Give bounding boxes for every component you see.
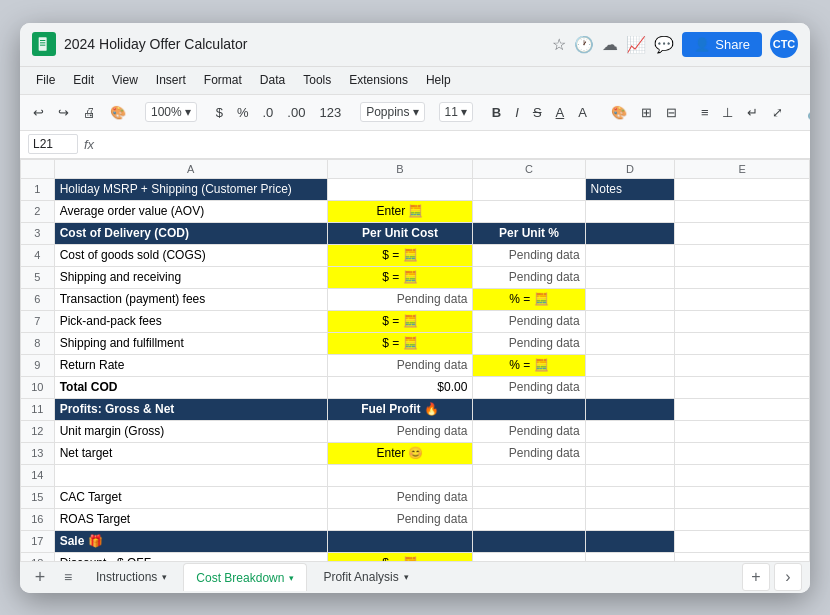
cell-r4-c3[interactable]: [585, 244, 675, 266]
comma-btn[interactable]: .0: [258, 102, 279, 123]
menu-view[interactable]: View: [104, 71, 146, 89]
cell-r16-c3[interactable]: [585, 508, 675, 530]
cell-r5-c4[interactable]: [675, 266, 810, 288]
menu-file[interactable]: File: [28, 71, 63, 89]
italic-btn[interactable]: I: [510, 102, 524, 123]
cell-r11-c2[interactable]: [473, 398, 585, 420]
cell-r13-c3[interactable]: [585, 442, 675, 464]
table-row[interactable]: 8Shipping and fulfillment$ = 🧮Pending da…: [21, 332, 810, 354]
cell-r7-c1[interactable]: $ = 🧮: [327, 310, 473, 332]
formula-input[interactable]: [100, 137, 802, 151]
cell-r3-c0[interactable]: Cost of Delivery (COD): [54, 222, 327, 244]
cell-r10-c2[interactable]: Pending data: [473, 376, 585, 398]
table-row[interactable]: 14: [21, 464, 810, 486]
cell-r2-c2[interactable]: [473, 200, 585, 222]
cell-r15-c3[interactable]: [585, 486, 675, 508]
tab-instructions[interactable]: Instructions ▾: [84, 563, 179, 591]
menu-edit[interactable]: Edit: [65, 71, 102, 89]
tab-cost-breakdown[interactable]: Cost Breakdown ▾: [183, 563, 307, 591]
cell-r5-c0[interactable]: Shipping and receiving: [54, 266, 327, 288]
cell-r15-c4[interactable]: [675, 486, 810, 508]
table-row[interactable]: 3Cost of Delivery (COD)Per Unit CostPer …: [21, 222, 810, 244]
cell-r8-c2[interactable]: Pending data: [473, 332, 585, 354]
cell-r4-c0[interactable]: Cost of goods sold (COGS): [54, 244, 327, 266]
table-row[interactable]: 7Pick-and-pack fees$ = 🧮Pending data: [21, 310, 810, 332]
cell-r12-c0[interactable]: Unit margin (Gross): [54, 420, 327, 442]
menu-help[interactable]: Help: [418, 71, 459, 89]
cell-r7-c0[interactable]: Pick-and-pack fees: [54, 310, 327, 332]
spreadsheet[interactable]: A B C D E 1Holiday MSRP + Shipping (Cust…: [20, 159, 810, 561]
menu-insert[interactable]: Insert: [148, 71, 194, 89]
link-btn[interactable]: 🔗: [802, 102, 810, 123]
cell-r9-c0[interactable]: Return Rate: [54, 354, 327, 376]
table-row[interactable]: 17Sale 🎁: [21, 530, 810, 552]
cell-r5-c2[interactable]: Pending data: [473, 266, 585, 288]
valign-btn[interactable]: ⊥: [717, 102, 738, 123]
cell-r11-c0[interactable]: Profits: Gross & Net: [54, 398, 327, 420]
col-header-c[interactable]: C: [473, 159, 585, 178]
share-button[interactable]: 👤 Share: [682, 32, 762, 57]
menu-tools[interactable]: Tools: [295, 71, 339, 89]
cell-r12-c2[interactable]: Pending data: [473, 420, 585, 442]
currency-btn[interactable]: $: [211, 102, 228, 123]
cell-r10-c4[interactable]: [675, 376, 810, 398]
col-header-a[interactable]: A: [54, 159, 327, 178]
cell-r12-c3[interactable]: [585, 420, 675, 442]
star-icon[interactable]: ☆: [552, 35, 566, 54]
cell-r10-c3[interactable]: [585, 376, 675, 398]
cell-r8-c3[interactable]: [585, 332, 675, 354]
fill-color-btn[interactable]: 🎨: [606, 102, 632, 123]
cell-r16-c4[interactable]: [675, 508, 810, 530]
cell-r7-c3[interactable]: [585, 310, 675, 332]
cell-r3-c2[interactable]: Per Unit %: [473, 222, 585, 244]
cell-r12-c1[interactable]: Pending data: [327, 420, 473, 442]
cell-r18-c2[interactable]: [473, 552, 585, 561]
cell-reference[interactable]: [28, 134, 78, 154]
print-btn[interactable]: 🖨: [78, 102, 101, 123]
table-row[interactable]: 6Transaction (payment) feesPending data%…: [21, 288, 810, 310]
chart-icon[interactable]: 📈: [626, 35, 646, 54]
cell-r13-c1[interactable]: Enter 😊: [327, 442, 473, 464]
undo-btn[interactable]: ↩: [28, 102, 49, 123]
table-row[interactable]: 12Unit margin (Gross)Pending dataPending…: [21, 420, 810, 442]
menu-format[interactable]: Format: [196, 71, 250, 89]
merge-btn[interactable]: ⊟: [661, 102, 682, 123]
cell-r13-c4[interactable]: [675, 442, 810, 464]
cell-r18-c1[interactable]: $ = 🧮: [327, 552, 473, 561]
table-row[interactable]: 5Shipping and receiving$ = 🧮Pending data: [21, 266, 810, 288]
cell-r13-c0[interactable]: Net target: [54, 442, 327, 464]
cell-r15-c1[interactable]: Pending data: [327, 486, 473, 508]
cell-r5-c1[interactable]: $ = 🧮: [327, 266, 473, 288]
cell-r17-c0[interactable]: Sale 🎁: [54, 530, 327, 552]
cell-r4-c4[interactable]: [675, 244, 810, 266]
cell-r12-c4[interactable]: [675, 420, 810, 442]
cell-r4-c1[interactable]: $ = 🧮: [327, 244, 473, 266]
table-row[interactable]: 1Holiday MSRP + Shipping (Customer Price…: [21, 178, 810, 200]
cell-r11-c3[interactable]: [585, 398, 675, 420]
cell-r11-c1[interactable]: Fuel Profit 🔥: [327, 398, 473, 420]
col-header-e[interactable]: E: [675, 159, 810, 178]
tab-profit-analysis[interactable]: Profit Analysis ▾: [311, 563, 420, 591]
percent-btn[interactable]: %: [232, 102, 254, 123]
add-sheet-button[interactable]: +: [28, 565, 52, 589]
table-row[interactable]: 18Discount - $ OFF$ = 🧮: [21, 552, 810, 561]
cell-r10-c0[interactable]: Total COD: [54, 376, 327, 398]
cell-r3-c3[interactable]: [585, 222, 675, 244]
cell-r17-c2[interactable]: [473, 530, 585, 552]
col-header-d[interactable]: D: [585, 159, 675, 178]
cell-r18-c0[interactable]: Discount - $ OFF: [54, 552, 327, 561]
cell-r3-c1[interactable]: Per Unit Cost: [327, 222, 473, 244]
strikethrough-btn[interactable]: S: [528, 102, 547, 123]
cell-r6-c4[interactable]: [675, 288, 810, 310]
history-icon[interactable]: 🕐: [574, 35, 594, 54]
cell-r7-c4[interactable]: [675, 310, 810, 332]
cell-r10-c1[interactable]: $0.00: [327, 376, 473, 398]
cell-r2-c0[interactable]: Average order value (AOV): [54, 200, 327, 222]
cell-r9-c1[interactable]: Pending data: [327, 354, 473, 376]
table-row[interactable]: 15CAC TargetPending data: [21, 486, 810, 508]
cell-r3-c4[interactable]: [675, 222, 810, 244]
col-header-b[interactable]: B: [327, 159, 473, 178]
cell-r18-c3[interactable]: [585, 552, 675, 561]
add-sheet-right-button[interactable]: +: [742, 563, 770, 591]
format123-btn[interactable]: 123: [314, 102, 346, 123]
